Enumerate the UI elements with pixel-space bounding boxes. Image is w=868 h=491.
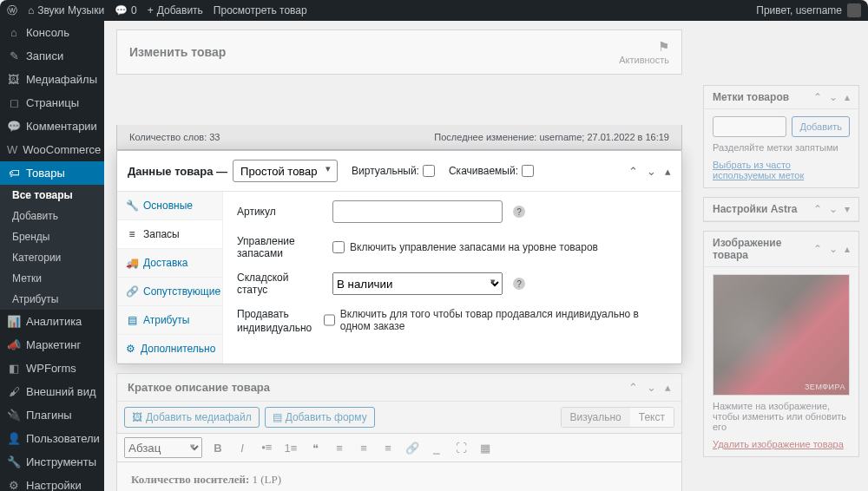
menu-icon: 📊 [7,315,21,328]
product-data-title: Данные товара — [128,165,227,178]
box-toggle-icon[interactable]: ▾ [845,203,850,215]
tab-дополнительно[interactable]: ⚙Дополнительно [117,335,222,363]
menu-item-настройки[interactable]: ⚙Настройки [0,474,104,491]
menu-item-внешний вид[interactable]: 🖌Внешний вид [0,380,104,403]
inventory-fields: Артикул ? Управление запасами Включить у… [223,192,681,363]
product-type-select[interactable]: Простой товар [233,160,338,182]
panel-up-icon[interactable]: ⌃ [628,165,638,178]
menu-item-комментарии[interactable]: 💬Комментарии [0,115,104,138]
text-tab[interactable]: Текст [630,408,674,427]
box-down-icon[interactable]: ⌄ [829,91,838,103]
product-image[interactable]: ЗЕМФИРА [713,274,850,396]
box-down-icon[interactable]: ⌄ [829,203,838,215]
short-description-box: Краткое описание товара ⌃ ⌄ ▴ 🖼Добавить … [116,373,682,491]
menu-item-медиафайлы[interactable]: 🖼Медиафайлы [0,68,104,91]
align-center-button[interactable]: ≡ [355,439,372,456]
more-button[interactable]: ⎯ [428,439,445,456]
tab-доставка[interactable]: 🚚Доставка [117,249,222,278]
bold-button[interactable]: B [209,439,227,456]
tab-атрибуты[interactable]: ▤Атрибуты [117,306,222,335]
bullet-list-button[interactable]: ⦁≡ [258,439,275,456]
panel-down-icon[interactable]: ⌄ [647,165,656,178]
submenu-item[interactable]: Категории [0,247,104,268]
view-product-link[interactable]: Просмотреть товар [214,4,307,16]
sku-input[interactable] [332,200,503,223]
menu-item-записи[interactable]: ✎Записи [0,44,104,68]
box-up-icon[interactable]: ⌃ [628,381,638,394]
site-link[interactable]: ⌂Звуки Музыки [28,4,104,16]
add-form-button[interactable]: ▤Добавить форму [265,407,375,428]
avatar-icon[interactable] [847,3,861,17]
comments-link[interactable]: 💬0 [115,4,137,16]
menu-item-аналитика[interactable]: 📊Аналитика [0,310,104,333]
editor-toolbar: Абзац B I ⦁≡ 1≡ ❝ ≡ ≡ ≡ 🔗 ⎯ ⛶ ▦ [117,433,681,462]
sold-individually-desc: Включить для того чтобы товар продавался… [340,308,667,332]
tab-label: Дополнительно [141,343,215,355]
box-up-icon[interactable]: ⌃ [813,203,822,215]
submenu-item[interactable]: Атрибуты [0,289,104,310]
fullscreen-button[interactable]: ⛶ [452,439,470,456]
greeting[interactable]: Привет, username [756,4,842,16]
sold-individually-checkbox[interactable] [324,314,335,326]
stock-status-select[interactable]: В наличии [332,272,503,295]
tags-input[interactable] [713,116,786,137]
submenu-item[interactable]: Метки [0,268,104,289]
menu-item-товары[interactable]: 🏷Товары [0,161,104,185]
tab-icon: ≡ [126,228,138,240]
media-icon: 🖼 [132,411,142,423]
menu-label: Консоль [26,26,69,39]
menu-item-консоль[interactable]: ⌂Консоль [0,21,104,44]
box-toggle-icon[interactable]: ▴ [665,381,671,394]
box-down-icon[interactable]: ⌄ [647,381,656,394]
menu-item-инструменты[interactable]: 🔧Инструменты [0,450,104,474]
align-left-button[interactable]: ≡ [331,439,348,456]
box-toggle-icon[interactable]: ▴ [845,243,850,255]
add-media-button[interactable]: 🖼Добавить медиафайл [124,407,260,428]
menu-icon: 👤 [7,432,21,445]
tab-label: Атрибуты [143,314,189,326]
page-title: Изменить товар [129,45,226,59]
menu-item-страницы[interactable]: ◻Страницы [0,91,104,115]
new-content[interactable]: +Добавить [148,4,203,16]
box-toggle-icon[interactable]: ▴ [845,91,850,103]
add-tag-button[interactable]: Добавить [792,116,850,137]
manage-stock-desc: Включить управление запасами на уровне т… [350,241,598,253]
panel-toggle-icon[interactable]: ▴ [665,165,671,178]
help-icon[interactable]: ? [513,206,525,218]
menu-label: Страницы [26,96,79,109]
tab-запасы[interactable]: ≡Запасы [117,220,222,249]
number-list-button[interactable]: 1≡ [282,439,299,456]
choose-tags-link[interactable]: Выбрать из часто используемых меток [713,160,804,180]
tab-сопутствующие[interactable]: 🔗Сопутствующие [117,278,222,306]
manage-stock-checkbox[interactable] [332,241,345,253]
editor-content[interactable]: Количество носителей: 1 (LP)Жанры: Русск… [117,462,681,491]
remove-image-link[interactable]: Удалить изображение товара [713,439,844,449]
paragraph-select[interactable]: Абзац [124,437,202,458]
menu-icon: 🏷 [7,167,21,180]
box-down-icon[interactable]: ⌄ [829,243,838,255]
menu-item-маркетинг[interactable]: 📣Маркетинг [0,333,104,357]
downloadable-checkbox[interactable] [522,165,534,177]
menu-item-пользователи[interactable]: 👤Пользователи [0,427,104,450]
menu-item-плагины[interactable]: 🔌Плагины [0,403,104,427]
quote-button[interactable]: ❝ [306,439,324,456]
box-up-icon[interactable]: ⌃ [813,91,822,103]
italic-button[interactable]: I [233,439,251,456]
submenu-item[interactable]: Все товары [0,185,104,206]
submenu-item[interactable]: Бренды [0,226,104,247]
virtual-checkbox[interactable] [423,165,435,177]
toolbar-toggle-button[interactable]: ▦ [477,439,494,456]
help-icon[interactable]: ? [513,278,525,290]
menu-icon: 🖌 [7,385,21,398]
submenu-item[interactable]: Добавить [0,206,104,226]
menu-item-woocommerce[interactable]: WWooCommerce [0,138,104,161]
link-button[interactable]: 🔗 [404,439,421,456]
align-right-button[interactable]: ≡ [379,439,397,456]
wp-logo[interactable]: ⓦ [7,3,17,18]
activity-link[interactable]: ⚑ Активность [619,39,669,65]
box-up-icon[interactable]: ⌃ [813,243,822,255]
tab-основные[interactable]: 🔧Основные [117,192,222,220]
visual-tab[interactable]: Визуально [562,408,630,427]
tags-title: Метки товаров [713,91,789,103]
menu-item-wpforms[interactable]: ◧WPForms [0,357,104,380]
